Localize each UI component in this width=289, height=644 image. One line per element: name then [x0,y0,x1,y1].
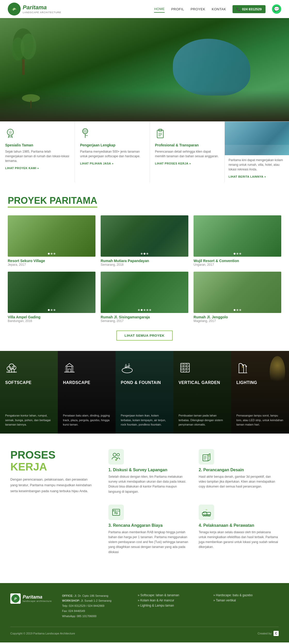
pond-icon [121,361,168,376]
project-img-2 [194,215,281,257]
project-dots-5 [234,309,241,311]
softscape-icon [5,361,53,376]
services-section: SOFTSCAPE Pengaturan kontur lahan, rumpu… [0,351,289,434]
project-card-2[interactable]: Wujil Resort & Convention Ungaran, 2017 [194,215,281,266]
service-lighting[interactable]: LIGHTING Pemasangan lampu sorot, lampu t… [231,351,289,434]
svg-point-56 [117,453,119,456]
logo-text: Paritama landscape architecture [23,4,61,14]
svg-point-40 [181,364,182,365]
project-card-0[interactable]: Resort Sekuro Village Jepara, 2017 [8,215,95,266]
feature-link-3[interactable]: LIHAT BERITA LAINNYA [229,175,266,178]
feature-kolam: Paritama kini dapat mengerjakan kolam re… [225,122,289,182]
lighting-icon [236,361,284,376]
step-2: 2. Perancangan Desain Hasil akhir berupa… [199,449,279,494]
project-dots-2 [234,253,241,255]
service-pond[interactable]: POND & FOUNTAIN Pengerjaan kolam ikan, k… [116,351,173,434]
project-img-0 [8,215,95,257]
lihat-semua-button[interactable]: LIHAT SEMUA PROYEK [116,331,173,341]
svg-point-41 [184,364,185,365]
step-1: 1. Diskusi & Survey Lapangan Setelah dis… [108,449,188,494]
feature-link-2[interactable]: LIHAT PROSES KERJA [155,162,191,165]
service-softscape[interactable]: SOFTSCAPE Pengaturan kontur lahan, rumpu… [0,351,58,434]
footer-link-softscape[interactable]: Softscape: lahan & tanaman [138,593,203,597]
svg-point-32 [122,368,132,373]
footer-created: Created by: C [258,631,279,636]
proses-section: PROSES KERJA Dengan perencanaan, pelaksa… [0,434,289,583]
proses-title-block: PROSES KERJA Dengan perencanaan, pelaksa… [10,449,93,555]
feature-link-1[interactable]: LIHAT PILIHAN JASA [80,162,114,165]
svg-point-73 [203,515,205,516]
step-1-icon [108,449,124,465]
nav-profil[interactable]: PROFIL [171,6,184,12]
project-img-1 [101,215,188,257]
nav-kontak[interactable]: KONTAK [212,6,226,12]
hero-section [0,18,289,121]
nav-phone[interactable]: 📞 024 8312529 [232,5,266,13]
project-card-5[interactable]: Rumah Jl. Jenggolo Magelang, 2017 [194,272,281,323]
svg-rect-27 [67,366,72,372]
hero-image [0,18,289,121]
footer-links-col2: Hardscape: batu & gazebo Taman vertikal [213,593,279,619]
whatsapp-button[interactable]: 💬 [272,4,281,14]
service-vertical[interactable]: VERTICAL GARDEN Pembuatan taman pada lah… [173,351,231,434]
projects-grid: Resort Sekuro Village Jepara, 2017 Rumah… [8,215,281,323]
navbar: P Paritama landscape architecture HOME P… [0,0,289,18]
proyek-title: PROYEK PARITAMA [8,195,281,208]
svg-rect-7 [30,101,31,108]
award-icon [5,128,69,140]
footer-link-vertical[interactable]: Taman vertikal [213,599,279,602]
creator-logo-icon: C [274,631,279,636]
brand-name: Paritama [23,4,61,11]
svg-point-33 [125,366,127,367]
project-card-3[interactable]: Villa Ampel Gading Bandungan, 2016 [8,272,95,323]
svg-text:P: P [14,597,17,601]
svg-point-74 [205,515,207,516]
step-3-icon: Rp [108,505,124,520]
feature-link-0[interactable]: LIHAT PROYEK KAMI [5,167,39,170]
project-dots-1 [141,253,148,255]
footer-link-lighting[interactable]: Lighting & Lampu taman [138,604,203,607]
footer-link-kolam[interactable]: Kolam ikan & Air mancur [138,599,203,602]
project-img-3 [8,272,95,313]
project-card-4[interactable]: Rumah Jl. Sisingamangaraja Semarang, 201… [101,272,188,323]
nav-proyek[interactable]: PROYEK [190,6,205,12]
footer-link-hardscape[interactable]: Hardscape: batu & gazebo [213,593,279,597]
logo-icon: P [8,3,21,15]
project-dots-3 [48,309,55,311]
step-4-icon [199,505,214,520]
svg-point-44 [184,367,185,368]
project-img-5 [194,272,281,313]
footer-logo-area: P Paritama landscape architecture [10,593,52,619]
svg-point-43 [181,367,182,368]
phone-icon: 📞 [236,7,240,11]
hero-pond-decoration [173,39,250,96]
proses-steps: 1. Diskusi & Survey Lapangan Setelah dis… [108,449,279,555]
project-card-1[interactable]: Rumah Mutiara Papandayan Semarang, 2018 [101,215,188,266]
svg-point-64 [208,455,210,457]
footer-logo: P Paritama landscape architecture [10,593,52,604]
footer-main: P Paritama landscape architecture OFFICE… [10,593,279,619]
step-3: Rp 3. Rencana Anggaran Biaya Paritama ak… [108,505,188,555]
svg-point-46 [181,370,182,371]
nav-links: HOME PROFIL PROYEK KONTAK 📞 024 8312529 … [154,4,281,14]
project-img-4 [101,272,188,313]
clipboard-icon [155,128,219,140]
svg-rect-28 [68,369,71,372]
footer-links-col1: Softscape: lahan & tanaman Kolam ikan & … [138,593,203,619]
step-4: 4. Pelaksanaan & Perawatan Tenaga kerja … [199,505,279,555]
service-hardscape[interactable]: HARDSCAPE Penataan batu alam, dinding, j… [58,351,116,434]
feature-profesional: Profesional & Transparan Perencanaan det… [150,122,225,182]
nav-home[interactable]: HOME [154,6,165,13]
step-2-icon [199,449,214,465]
footer-bottom: Copyright © 2019 Paritama Landscape Arch… [10,627,279,636]
svg-point-72 [209,515,210,516]
svg-point-42 [187,364,188,365]
svg-point-55 [113,453,116,456]
plant-icon [80,128,144,140]
feature-pengerjaan: Pengerjaan Lengkap Paritama menyediakan … [75,122,150,182]
svg-point-48 [187,370,188,371]
footer: P Paritama landscape architecture OFFICE… [0,583,289,642]
project-dots-0 [48,253,55,255]
svg-rect-5 [22,59,25,75]
svg-text:Rp: Rp [114,512,118,514]
